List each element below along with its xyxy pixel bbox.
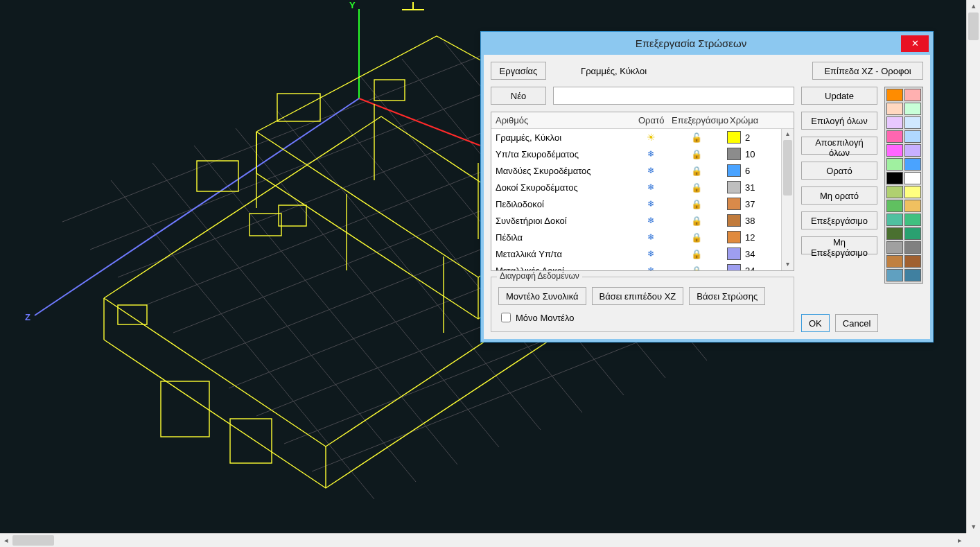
palette-color[interactable] [904, 116, 921, 129]
vscroll-down-icon[interactable]: ▾ [967, 521, 980, 533]
palette-color[interactable] [904, 227, 921, 240]
lock-icon[interactable]: 🔒 [691, 249, 702, 259]
lock-icon[interactable]: 🔒 [691, 166, 702, 176]
table-row[interactable]: Γραμμές, Κύκλοι☀🔓2 [491, 129, 781, 146]
palette-color[interactable] [904, 200, 921, 212]
layer-name-input[interactable] [553, 87, 794, 105]
color-swatch[interactable] [727, 164, 741, 177]
vscroll-up-icon[interactable]: ▴ [967, 0, 980, 12]
palette-color[interactable] [904, 172, 921, 184]
palette-color[interactable] [886, 255, 903, 268]
color-swatch[interactable] [727, 231, 741, 243]
scroll-up-icon[interactable]: ▴ [782, 129, 794, 140]
sun-icon[interactable]: ☀ [647, 132, 656, 143]
palette-color[interactable] [904, 214, 921, 226]
visible-button[interactable]: Ορατό [801, 162, 877, 180]
update-button[interactable]: Update [801, 87, 877, 105]
palette-color[interactable] [904, 269, 921, 281]
palette-color[interactable] [886, 158, 903, 171]
by-level-xz-button[interactable]: Βάσει επιπέδου XZ [592, 287, 684, 305]
color-swatch[interactable] [727, 181, 741, 193]
lock-icon[interactable]: 🔒 [691, 149, 702, 159]
by-layer-button[interactable]: Βάσει Στρώσης [689, 287, 765, 305]
palette-color[interactable] [904, 89, 921, 101]
new-layer-button[interactable]: Νέο [491, 87, 546, 105]
table-row[interactable]: Μανδύες Σκυροδέματος❄🔒6 [491, 162, 781, 179]
not-visible-button[interactable]: Μη ορατό [801, 186, 877, 205]
ok-button[interactable]: OK [801, 314, 830, 332]
table-row[interactable]: Μεταλλικά Υπ/τα❄🔒34 [491, 245, 781, 262]
table-row[interactable]: Συνδετήριοι Δοκοί❄🔒38 [491, 212, 781, 229]
palette-color[interactable] [886, 103, 903, 115]
table-row[interactable]: Δοκοί Σκυροδέματος❄🔒31 [491, 179, 781, 196]
palette-color[interactable] [886, 241, 903, 254]
hscroll-right-icon[interactable]: ▸ [954, 534, 966, 547]
palette-color[interactable] [886, 172, 903, 184]
color-swatch[interactable] [727, 148, 741, 160]
main-horizontal-scrollbar[interactable]: ◂ ▸ [0, 533, 966, 547]
snowflake-icon[interactable]: ❄ [647, 149, 654, 159]
table-row[interactable]: Μεταλλικές Δοκοί❄🔒34 [491, 262, 781, 270]
palette-color[interactable] [904, 103, 921, 115]
col-color[interactable]: Χρώμα [726, 112, 771, 128]
palette-color[interactable] [904, 130, 921, 143]
snowflake-icon[interactable]: ❄ [647, 166, 654, 175]
palette-color[interactable] [886, 130, 903, 143]
color-swatch[interactable] [727, 264, 741, 270]
scroll-thumb[interactable] [783, 140, 792, 196]
cad-viewport[interactable]: Y Z Επεξεργασία Στρώσεων ✕ Εργασίας Γραμ… [0, 0, 966, 533]
palette-color[interactable] [886, 144, 903, 157]
lock-icon[interactable]: 🔒 [691, 216, 702, 226]
snowflake-icon[interactable]: ❄ [647, 232, 654, 242]
color-swatch[interactable] [727, 214, 741, 227]
unlock-icon[interactable]: 🔓 [691, 132, 702, 143]
table-row[interactable]: Πεδιλοδοκοί❄🔒37 [491, 196, 781, 212]
layer-table-scrollbar[interactable]: ▴ ▾ [781, 129, 794, 270]
palette-color[interactable] [904, 255, 921, 268]
palette-color[interactable] [904, 241, 921, 254]
palette-color[interactable] [886, 269, 903, 281]
select-all-button[interactable]: Επιλογή όλων [801, 112, 877, 130]
scroll-down-icon[interactable]: ▾ [782, 259, 794, 270]
cancel-button[interactable]: Cancel [835, 314, 878, 332]
col-visible[interactable]: Ορατό [634, 112, 667, 128]
dialog-titlebar[interactable]: Επεξεργασία Στρώσεων ✕ [481, 32, 933, 55]
col-editable[interactable]: Επεξεργάσιμο [667, 112, 726, 128]
snowflake-icon[interactable]: ❄ [647, 199, 654, 209]
snowflake-icon[interactable]: ❄ [647, 266, 654, 270]
editable-button[interactable]: Επεξεργάσιμο [801, 211, 877, 229]
main-vertical-scrollbar[interactable]: ▴ ▾ [966, 0, 980, 533]
table-row[interactable]: Πέδιλα❄🔒12 [491, 229, 781, 245]
palette-color[interactable] [886, 200, 903, 212]
lock-icon[interactable]: 🔒 [691, 199, 702, 209]
color-swatch[interactable] [727, 198, 741, 210]
snowflake-icon[interactable]: ❄ [647, 249, 654, 259]
deselect-all-button[interactable]: Αποεπιλογή όλων [801, 137, 877, 155]
palette-color[interactable] [886, 116, 903, 129]
snowflake-icon[interactable]: ❄ [647, 182, 654, 192]
hscroll-left-icon[interactable]: ◂ [0, 534, 12, 547]
hscroll-thumb[interactable] [12, 535, 54, 546]
model-total-button[interactable]: Μοντέλο Συνολικά [498, 287, 586, 305]
working-layer-button[interactable]: Εργασίας [491, 62, 546, 80]
only-model-checkbox-input[interactable] [501, 313, 511, 322]
levels-xz-button[interactable]: Επίπεδα XZ - Οροφοι [812, 62, 923, 80]
palette-color[interactable] [886, 214, 903, 226]
color-swatch[interactable] [727, 248, 741, 260]
table-row[interactable]: Υπ/τα Σκυροδέματος❄🔒10 [491, 146, 781, 162]
palette-color[interactable] [904, 186, 921, 198]
palette-color[interactable] [886, 186, 903, 198]
palette-color[interactable] [904, 144, 921, 157]
palette-color[interactable] [904, 158, 921, 171]
color-swatch[interactable] [727, 131, 741, 144]
vscroll-thumb[interactable] [968, 12, 979, 40]
palette-color[interactable] [886, 227, 903, 240]
snowflake-icon[interactable]: ❄ [647, 216, 654, 225]
lock-icon[interactable]: 🔒 [691, 266, 702, 271]
lock-icon[interactable]: 🔒 [691, 182, 702, 193]
palette-color[interactable] [886, 89, 903, 101]
dialog-close-button[interactable]: ✕ [901, 35, 929, 52]
col-number[interactable]: Αριθμός [491, 112, 634, 128]
lock-icon[interactable]: 🔒 [691, 232, 702, 243]
not-editable-button[interactable]: Μη Επεξεργάσιμο [801, 236, 877, 254]
